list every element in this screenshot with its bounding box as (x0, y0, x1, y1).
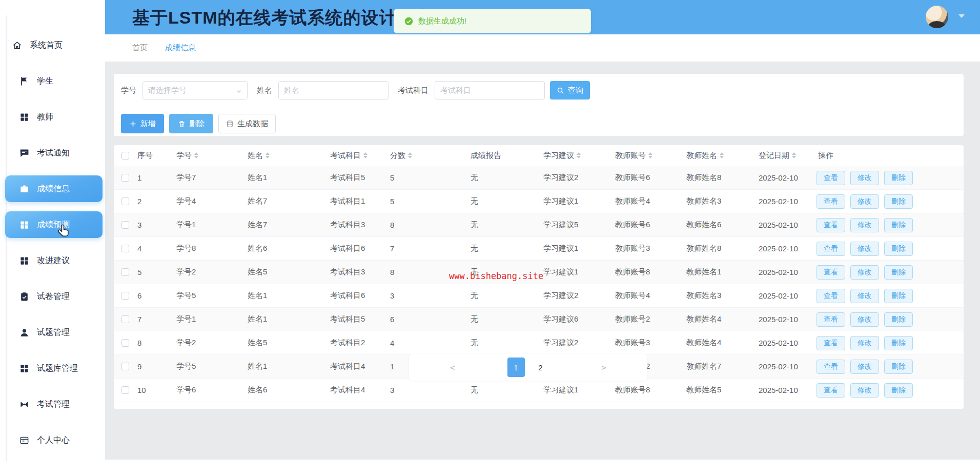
sidebar-item[interactable]: 成绩预测 (5, 211, 103, 238)
name-placeholder: 姓名 (284, 86, 299, 95)
sidebar-item[interactable]: 改进建议 (5, 247, 103, 274)
row-checkbox[interactable] (121, 292, 129, 300)
table-row: 6 学号5 姓名1 考试科目6 3 无 学习建议2 教师账号4 教师姓名3 20… (114, 284, 964, 308)
sort-carets-icon[interactable] (792, 152, 796, 158)
select-all-checkbox[interactable] (121, 152, 129, 160)
sidebar-item[interactable]: 学生 (5, 68, 103, 94)
cell-teacher-name: 教师姓名1 (681, 267, 753, 277)
view-button[interactable]: 查看 (816, 194, 845, 209)
edit-button[interactable]: 修改 (850, 289, 879, 303)
cell-name: 姓名5 (242, 338, 325, 348)
sort-carets-icon[interactable] (408, 152, 412, 158)
row-checkbox[interactable] (121, 339, 129, 347)
row-delete-button[interactable]: 删除 (884, 171, 913, 185)
sidebar-item[interactable]: 考试管理 (5, 391, 103, 418)
sidebar-item[interactable]: 试卷管理 (5, 283, 103, 310)
edit-button[interactable]: 修改 (850, 360, 879, 374)
sidebar-item[interactable]: 试题库管理 (5, 355, 103, 382)
row-delete-button[interactable]: 删除 (884, 360, 913, 374)
subject-input[interactable]: 考试科目 (435, 81, 545, 100)
add-button[interactable]: 新增 (121, 114, 164, 133)
row-delete-button[interactable]: 删除 (884, 289, 913, 303)
row-delete-button[interactable]: 删除 (884, 242, 913, 256)
column-header-label: 操作 (818, 151, 833, 161)
search-button[interactable]: 查询 (550, 81, 590, 100)
row-checkbox[interactable] (121, 245, 129, 252)
row-checkbox[interactable] (121, 315, 129, 323)
sidebar-item[interactable]: 考试通知 (5, 140, 103, 166)
add-button-label: 新增 (140, 119, 156, 129)
cell-score: 8 (385, 221, 465, 229)
sort-carets-icon[interactable] (363, 152, 368, 158)
row-delete-button[interactable]: 删除 (884, 383, 913, 398)
view-button[interactable]: 查看 (816, 360, 845, 374)
row-checkbox[interactable] (121, 386, 129, 394)
row-delete-button[interactable]: 删除 (884, 194, 913, 209)
sort-carets-icon[interactable] (577, 152, 581, 158)
view-button[interactable]: 查看 (816, 289, 845, 303)
row-delete-button[interactable]: 删除 (884, 312, 913, 327)
cell-index: 10 (132, 386, 171, 394)
edit-button[interactable]: 修改 (850, 265, 879, 280)
edit-button[interactable]: 修改 (850, 194, 879, 209)
sidebar-item[interactable]: 成绩信息 (5, 175, 103, 202)
row-checkbox[interactable] (121, 363, 129, 370)
row-delete-button[interactable]: 删除 (884, 336, 913, 350)
row-checkbox[interactable] (121, 197, 129, 205)
cell-advice: 学习建议2 (538, 338, 610, 348)
row-delete-button[interactable]: 删除 (884, 265, 913, 280)
view-button[interactable]: 查看 (816, 218, 845, 232)
table-row: 3 学号1 姓名7 考试科目3 8 无 学习建议5 教师账号6 教师姓名6 20… (114, 213, 964, 237)
edit-button[interactable]: 修改 (850, 383, 879, 398)
row-checkbox[interactable] (121, 268, 129, 276)
user-avatar[interactable] (926, 6, 948, 28)
column-header-label: 序号 (137, 151, 153, 161)
watermark-text: www.bishebang.site (449, 271, 543, 281)
sort-carets-icon[interactable] (648, 152, 652, 158)
edit-button[interactable]: 修改 (850, 171, 879, 185)
breadcrumb-current[interactable]: 成绩信息 (165, 43, 196, 53)
view-button[interactable]: 查看 (816, 336, 845, 350)
sort-carets-icon[interactable] (194, 152, 198, 158)
column-header-label: 学习建议 (543, 151, 574, 161)
view-button[interactable]: 查看 (816, 312, 845, 327)
column-header: 操作 (813, 151, 964, 161)
student-id-select[interactable]: 请选择学号 (142, 81, 248, 100)
delete-button[interactable]: 删除 (169, 114, 213, 133)
success-toast: 数据生成成功! (394, 9, 591, 33)
avatar-dropdown-caret-icon[interactable] (958, 14, 965, 18)
cell-student-id: 学号1 (171, 314, 242, 324)
view-button[interactable]: 查看 (816, 265, 845, 280)
breadcrumb-home[interactable]: 首页 (132, 43, 148, 53)
sidebar-item-label: 改进建议 (37, 255, 70, 266)
sidebar-item[interactable]: 教师 (5, 104, 103, 130)
cell-report: 无 (465, 244, 538, 253)
row-delete-button[interactable]: 删除 (884, 218, 913, 232)
subject-placeholder: 考试科目 (440, 86, 471, 95)
sidebar-item[interactable]: 试题管理 (5, 319, 103, 346)
view-button[interactable]: 查看 (816, 171, 845, 185)
next-page-button[interactable]: > (601, 363, 606, 372)
edit-button[interactable]: 修改 (850, 218, 879, 232)
edit-button[interactable]: 修改 (850, 336, 879, 350)
sort-carets-icon[interactable] (266, 152, 270, 158)
view-button[interactable]: 查看 (816, 383, 845, 398)
edit-button[interactable]: 修改 (850, 242, 879, 256)
view-button[interactable]: 查看 (816, 242, 845, 256)
sort-carets-icon[interactable] (720, 152, 724, 158)
generate-data-button[interactable]: 生成数据 (218, 114, 276, 133)
page-1-button[interactable]: 1 (507, 358, 525, 377)
filter-panel: 学号 请选择学号 姓名 姓名 考试科目 考试科目 (114, 74, 964, 136)
sidebar-item[interactable]: 个人中心 (5, 427, 103, 453)
page-2-button[interactable]: 2 (532, 358, 549, 377)
sidebar-item-label: 学生 (37, 76, 53, 87)
edit-button[interactable]: 修改 (850, 312, 879, 327)
table-row: 10 学号6 姓名6 考试科目4 3 无 学习建议1 教师账号8 教师姓名5 2… (114, 379, 964, 402)
row-checkbox[interactable] (121, 174, 129, 182)
sidebar-item[interactable]: 系统首页 (5, 32, 103, 58)
name-input[interactable]: 姓名 (278, 81, 389, 100)
prev-page-button[interactable]: < (450, 363, 455, 372)
column-header: 考试科目 (325, 151, 385, 161)
row-checkbox[interactable] (121, 221, 129, 229)
sidebar-item-label: 考试管理 (37, 399, 70, 410)
